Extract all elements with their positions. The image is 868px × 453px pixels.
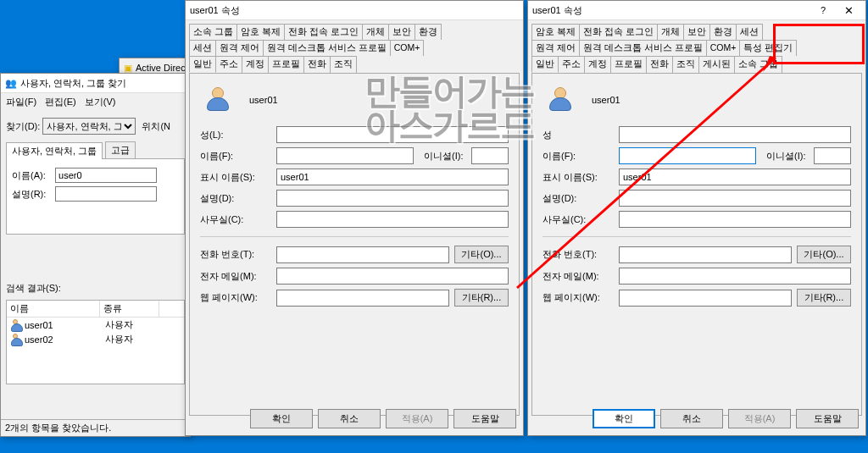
- office-input[interactable]: [619, 211, 851, 228]
- tab[interactable]: 소속 그룹: [189, 24, 237, 40]
- tab[interactable]: 환경: [709, 24, 737, 40]
- props-left-titlebar[interactable]: user01 속성: [186, 1, 523, 20]
- fname-input[interactable]: [619, 147, 756, 164]
- menu-view[interactable]: 보기(V): [85, 96, 116, 108]
- lname-input[interactable]: [276, 126, 509, 143]
- ok-button[interactable]: 확인: [593, 409, 655, 428]
- tab-general[interactable]: 일반: [531, 56, 559, 73]
- props-right-titlebar[interactable]: user01 속성 ? ✕: [528, 1, 865, 20]
- lname-input[interactable]: [619, 126, 851, 143]
- ad-icon: ▣: [124, 63, 132, 74]
- list-item[interactable]: user01 사용자: [7, 318, 184, 332]
- tab-general[interactable]: 일반: [189, 56, 216, 73]
- fname-input[interactable]: [276, 147, 414, 164]
- tabrow: 소속 그룹 암호 복제 전화 접속 로그인 개체 보안 환경: [189, 24, 520, 40]
- find-titlebar[interactable]: 👥 사용자, 연락처, 그룹 찾기: [1, 74, 190, 93]
- tab[interactable]: 개체: [362, 24, 389, 40]
- apply-button[interactable]: 적용(A): [728, 409, 791, 428]
- tab[interactable]: 전화: [303, 56, 331, 73]
- tab[interactable]: 보안: [683, 24, 710, 40]
- tab[interactable]: COM+: [706, 40, 741, 56]
- results-list[interactable]: 이름 종류 user01 사용자 user02 사용자: [6, 300, 185, 384]
- lname-label: 성: [542, 129, 614, 141]
- tab-advanced[interactable]: 고급: [105, 141, 136, 158]
- tab[interactable]: 원격 데스크톱 서비스 프로필: [263, 40, 391, 56]
- menu-edit[interactable]: 편집(E): [45, 96, 76, 108]
- apply-button[interactable]: 적용(A): [386, 409, 448, 428]
- desc-input[interactable]: [55, 186, 157, 202]
- tab[interactable]: COM+: [390, 40, 425, 56]
- tab[interactable]: 조직: [330, 56, 357, 73]
- tab[interactable]: 전화 접속 로그인: [284, 24, 363, 40]
- web-label: 웹 페이지(W):: [542, 291, 614, 304]
- tab[interactable]: 원격 제어: [531, 40, 580, 56]
- tab[interactable]: 암호 복제: [531, 24, 580, 40]
- name-input[interactable]: [55, 168, 157, 183]
- props-window-right: user01 속성 ? ✕ 암호 복제 전화 접속 로그인 개체 보안 환경 세…: [527, 0, 866, 436]
- menu-file[interactable]: 파일(F): [6, 96, 36, 108]
- find-title: 사용자, 연락처, 그룹 찾기: [20, 77, 186, 90]
- tab[interactable]: 보안: [388, 24, 415, 40]
- tab[interactable]: 원격 데스크톱 서비스 프로필: [579, 40, 707, 56]
- tab[interactable]: 세션: [189, 40, 216, 56]
- tab[interactable]: 계정: [242, 56, 269, 73]
- list-item[interactable]: user02 사용자: [7, 332, 184, 346]
- user-display: user01: [592, 95, 620, 105]
- tab[interactable]: 프로필: [268, 56, 304, 73]
- find-type-select[interactable]: 사용자, 연락처, 그룹: [42, 118, 136, 135]
- other-phone-button[interactable]: 기타(O)...: [797, 246, 851, 263]
- tab-basic[interactable]: 사용자, 연락처, 그룹: [6, 142, 103, 159]
- tab[interactable]: 세션: [736, 24, 763, 40]
- ini-label: 이니셜(I):: [766, 150, 809, 163]
- tab[interactable]: 전화: [646, 56, 673, 73]
- ok-button[interactable]: 확인: [250, 409, 313, 428]
- help-icon[interactable]: ?: [810, 5, 836, 15]
- phone-input[interactable]: [276, 246, 449, 263]
- web-input[interactable]: [276, 290, 449, 307]
- highlight-box: [773, 24, 865, 64]
- disp-input[interactable]: [619, 168, 851, 185]
- tab[interactable]: 조직: [672, 56, 699, 73]
- ini-input[interactable]: [471, 147, 509, 164]
- disp-input[interactable]: [276, 168, 509, 185]
- name-label: 이름(A):: [12, 169, 53, 182]
- help-button[interactable]: 도움말: [796, 409, 859, 428]
- other-web-button[interactable]: 기타(R)...: [454, 289, 509, 307]
- col-type[interactable]: 종류: [100, 301, 159, 317]
- other-phone-button[interactable]: 기타(O)...: [454, 246, 509, 263]
- tab[interactable]: 계정: [584, 56, 611, 73]
- user-icon: [10, 334, 22, 345]
- cancel-button[interactable]: 취소: [318, 409, 381, 428]
- help-button[interactable]: 도움말: [453, 409, 516, 428]
- tab[interactable]: 원격 제어: [215, 40, 264, 56]
- desc-label: 설명(D):: [542, 192, 614, 205]
- desc-input[interactable]: [276, 190, 509, 207]
- user-display: user01: [249, 95, 278, 105]
- tab[interactable]: 환경: [415, 24, 442, 40]
- tab[interactable]: 게시된: [698, 56, 735, 73]
- close-icon[interactable]: ✕: [836, 4, 861, 17]
- find-menubar: 파일(F) 편집(E) 보기(V): [1, 93, 190, 111]
- cancel-button[interactable]: 취소: [660, 409, 723, 428]
- other-web-button[interactable]: 기타(R)...: [797, 289, 851, 307]
- tab[interactable]: 프로필: [610, 56, 647, 73]
- email-input[interactable]: [619, 268, 851, 285]
- tab[interactable]: 암호 복제: [236, 24, 285, 40]
- find-label: 찾기(D):: [6, 120, 40, 133]
- office-input[interactable]: [276, 211, 509, 228]
- email-input[interactable]: [276, 268, 509, 285]
- ini-input[interactable]: [814, 147, 851, 164]
- web-label: 웹 페이지(W):: [200, 291, 271, 304]
- desc-input[interactable]: [619, 190, 851, 207]
- office-label: 사무실(C):: [200, 213, 271, 226]
- col-name[interactable]: 이름: [7, 301, 100, 317]
- lname-label: 성(L):: [200, 129, 271, 141]
- tab[interactable]: 주소: [215, 56, 242, 73]
- tab[interactable]: 전화 접속 로그인: [579, 24, 658, 40]
- phone-label: 전화 번호(T):: [200, 248, 271, 261]
- fname-label: 이름(F):: [200, 150, 271, 163]
- tab[interactable]: 개체: [657, 24, 684, 40]
- web-input[interactable]: [619, 290, 792, 307]
- phone-input[interactable]: [619, 246, 792, 263]
- tab[interactable]: 주소: [558, 56, 585, 73]
